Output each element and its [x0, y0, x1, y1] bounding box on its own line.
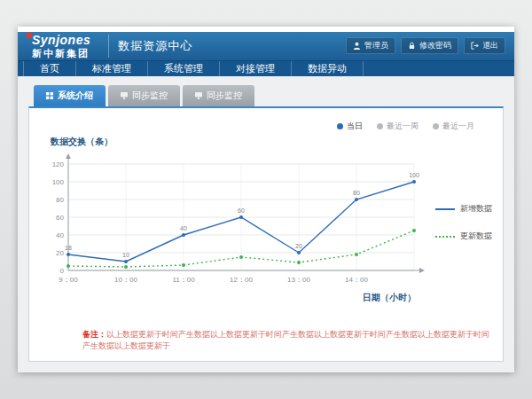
filter-last-month[interactable]: 最近一月	[433, 121, 474, 132]
app-window: Synjones 新中新集团 数据资源中心 管理员 修改密码	[18, 27, 514, 372]
admin-user-button[interactable]: 管理员	[346, 37, 395, 54]
chart-row: 0204060801001209：0010：0011：0012：0013：001…	[38, 152, 494, 293]
legend-dot-icon	[337, 123, 343, 129]
page-title: 数据资源中心	[118, 38, 192, 54]
svg-text:100: 100	[409, 172, 419, 178]
svg-text:40: 40	[180, 225, 187, 231]
legend-updated-data[interactable]: 更新数据	[435, 231, 492, 242]
svg-text:100: 100	[52, 178, 65, 186]
svg-text:13：00: 13：00	[287, 276, 310, 284]
footnote-label: 备注：	[82, 330, 106, 339]
content-area: 系统介绍 同步监控 同步监控	[18, 76, 514, 372]
svg-text:60: 60	[56, 214, 64, 222]
svg-text:80: 80	[56, 196, 64, 204]
svg-text:20: 20	[295, 243, 302, 249]
desktop-background: Synjones 新中新集团 数据资源中心 管理员 修改密码	[0, 0, 532, 399]
logout-icon	[471, 42, 479, 50]
nav-item-connection-management[interactable]: 对接管理	[220, 61, 292, 76]
header-divider	[108, 35, 109, 58]
svg-text:60: 60	[238, 207, 245, 214]
tab-sync-monitor-1[interactable]: 同步监控	[108, 85, 180, 106]
user-icon	[353, 42, 361, 50]
line-chart: 0204060801001209：0010：0011：0012：0013：001…	[38, 152, 428, 293]
logo: Synjones 新中新集团	[27, 32, 99, 60]
logo-subtext: 新中新集团	[32, 49, 90, 59]
svg-text:80: 80	[353, 190, 360, 196]
nav-item-standard-management[interactable]: 标准管理	[76, 61, 148, 76]
tab-sync-monitor-2[interactable]: 同步监控	[183, 85, 254, 106]
svg-text:20: 20	[56, 249, 64, 257]
footnote: 备注：以上数据更新于时间产生数据以上数据更新于时间产生数据以上数据更新于时间产生…	[38, 329, 494, 352]
nav-item-home[interactable]: 首页	[23, 61, 76, 76]
filter-last-week[interactable]: 最近一周	[377, 121, 419, 132]
legend-dot-icon	[433, 123, 439, 129]
series-legend: 新增数据 更新数据	[428, 203, 492, 242]
solid-line-icon	[435, 208, 455, 210]
nav-item-data-changes[interactable]: 数据异动	[292, 61, 364, 76]
footnote-text: 以上数据更新于时间产生数据以上数据更新于时间产生数据以上数据更新于时间产生数据以…	[82, 330, 489, 350]
main-navbar: 首页 标准管理 系统管理 对接管理 数据异动	[18, 60, 514, 76]
monitor-icon	[195, 92, 202, 99]
filter-today[interactable]: 当日	[337, 121, 363, 132]
svg-text:18: 18	[65, 245, 72, 251]
grid-icon	[46, 92, 53, 99]
x-axis-title: 日期（小时）	[38, 292, 494, 304]
dotted-line-icon	[435, 236, 455, 238]
svg-text:12：00: 12：00	[230, 276, 253, 284]
svg-text:40: 40	[56, 231, 64, 239]
monitor-icon	[121, 92, 128, 99]
svg-text:11：00: 11：00	[172, 276, 195, 284]
svg-text:0: 0	[60, 267, 65, 275]
nav-item-system-management[interactable]: 系统管理	[148, 61, 220, 76]
chart-panel: 当日 最近一周 最近一月 数据交换（条） 0204060801001209：00…	[28, 106, 504, 362]
range-filter-legend: 当日 最近一周 最近一月	[38, 115, 494, 134]
logo-text: Synjones	[32, 34, 90, 46]
lock-icon	[408, 42, 416, 50]
svg-text:9：00: 9：00	[59, 276, 78, 284]
logout-button[interactable]: 退出	[464, 37, 505, 54]
change-password-button[interactable]: 修改密码	[401, 37, 458, 54]
legend-dot-icon	[377, 123, 383, 129]
app-header: Synjones 新中新集团 数据资源中心 管理员 修改密码	[18, 32, 514, 60]
svg-text:10：00: 10：00	[114, 276, 137, 284]
svg-text:10: 10	[122, 252, 129, 258]
svg-text:120: 120	[52, 160, 65, 168]
tab-bar: 系统介绍 同步监控 同步监控	[28, 85, 504, 106]
header-actions: 管理员 修改密码 退出	[346, 37, 505, 54]
svg-text:14：00: 14：00	[345, 276, 368, 284]
y-axis-title: 数据交换（条）	[38, 134, 494, 152]
legend-new-data[interactable]: 新增数据	[435, 203, 492, 215]
tab-system-intro[interactable]: 系统介绍	[34, 85, 106, 106]
